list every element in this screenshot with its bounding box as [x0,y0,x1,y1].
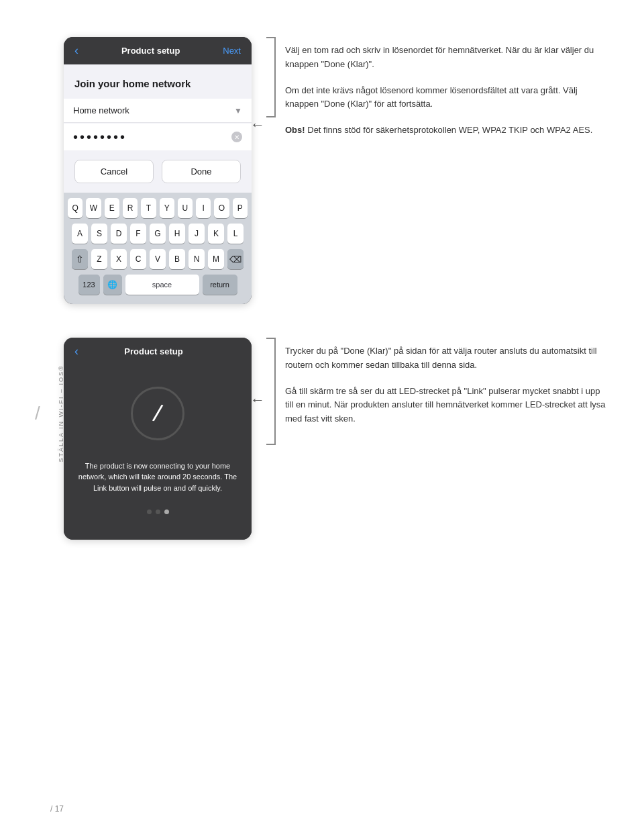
key-b[interactable]: B [169,249,185,269]
key-p[interactable]: P [233,198,248,218]
back-icon[interactable]: ‹ [74,44,78,58]
keyboard-row-1: Q W E R T Y U I O P [68,198,248,218]
key-j[interactable]: J [189,224,205,244]
arrow-to-screen: ← [250,391,265,409]
key-a[interactable]: A [72,224,88,244]
keyboard-row-2: A S D F G H J K L [68,224,248,244]
phone-mockup-bottom: ‹ Product setup / The product is now con… [64,338,252,540]
phone-top-body: Join your home network Home network ▼ ••… [64,64,252,193]
top-right-area: ← Välj en tom rad och skriv in lösenorde… [278,37,617,138]
key-x[interactable]: X [111,249,127,269]
space-key[interactable]: space [125,275,199,295]
desc-para1: Välj en tom rad och skriv in lösenordet … [285,44,610,72]
done-button[interactable]: Done [162,160,241,183]
key-i[interactable]: I [196,198,211,218]
top-section: ‹ Product setup Next Join your home netw… [50,0,644,324]
key-w[interactable]: W [86,198,101,218]
description-bottom: Trycker du på "Done (Klar)" på sidan för… [278,344,617,426]
network-field-group: Home network ▼ [64,99,252,123]
password-field[interactable]: •••••••• ✕ [64,124,252,150]
join-title: Join your home network [64,64,252,99]
key-h[interactable]: H [169,224,185,244]
dot-3-active [164,509,169,514]
desc-obs: Obs! Det finns stöd för säkerhetsprotoko… [285,124,610,138]
phone-status-text: The product is now connecting to your ho… [64,460,252,494]
bottom-right-area: ← Trycker du på "Done (Klar)" på sidan f… [278,338,617,438]
key-n[interactable]: N [189,249,205,269]
phone-top-header: ‹ Product setup Next [64,37,252,64]
dot-2 [156,509,160,514]
back-icon-bottom[interactable]: ‹ [74,344,78,358]
delete-key[interactable]: ⌫ [227,249,244,269]
key-d[interactable]: D [111,224,127,244]
desc-para2: Om det inte krävs något lösenord kommer … [285,84,610,112]
globe-key[interactable]: 🌐 [103,275,122,295]
key-l[interactable]: L [227,224,244,244]
key-f[interactable]: F [130,224,146,244]
return-key[interactable]: return [203,275,237,295]
phone-dots [147,509,169,525]
bottom-section: ‹ Product setup / The product is now con… [50,324,644,560]
network-field-text: Home network [73,105,234,115]
key-q[interactable]: Q [68,198,83,218]
key-m[interactable]: M [208,249,224,269]
clear-icon[interactable]: ✕ [231,132,242,142]
page-content: ‹ Product setup Next Join your home netw… [50,0,644,827]
password-dots: •••••••• [73,130,231,144]
phone-mockup-top: ‹ Product setup Next Join your home netw… [64,37,252,304]
keyboard: Q W E R T Y U I O P A S [64,193,252,304]
key-k[interactable]: K [208,224,224,244]
key-v[interactable]: V [150,249,166,269]
phone-bottom-body: / The product is now connecting to your … [64,365,252,540]
spinner-slash-icon: / [151,399,165,428]
desc-bottom-para1: Trycker du på "Done (Klar)" på sidan för… [285,344,610,373]
page-footer: / 17 [50,804,64,814]
desc-bottom-para2: Gå till skärm tre så ser du att LED-stre… [285,385,610,426]
key-t[interactable]: T [141,198,156,218]
shift-key[interactable]: ⇧ [72,249,88,269]
keyboard-row-4: 123 🌐 space return [68,275,248,295]
phone-bottom-header: ‹ Product setup [64,338,252,365]
key-o[interactable]: O [214,198,229,218]
phone-bottom-title: Product setup [87,346,221,356]
bracket-line-top [266,37,276,117]
cancel-button[interactable]: Cancel [74,160,154,183]
key-g[interactable]: G [150,224,166,244]
phone-top-title: Product setup [121,46,180,56]
nums-key[interactable]: 123 [78,275,100,295]
key-u[interactable]: U [178,198,193,218]
keyboard-row-3: ⇧ Z X C V B N M ⌫ [68,249,248,269]
spinner-circle: / [131,387,184,440]
dot-1 [147,509,152,514]
bracket-line-bottom [266,338,276,445]
network-field[interactable]: Home network ▼ [64,99,252,123]
next-button[interactable]: Next [223,46,241,56]
key-s[interactable]: S [91,224,107,244]
dropdown-arrow-icon: ▼ [234,106,242,115]
slash-divider: / [35,403,40,424]
arrow-to-password: ← [250,116,265,134]
key-y[interactable]: Y [160,198,174,218]
key-r[interactable]: R [123,198,138,218]
phone-actions: Cancel Done [64,150,252,193]
key-z[interactable]: Z [91,249,107,269]
description-top: Välj en tom rad och skriv in lösenordet … [278,44,617,138]
obs-label: Obs! [285,125,305,135]
key-c[interactable]: C [130,249,146,269]
key-e[interactable]: E [105,198,119,218]
desc-para3: Det finns stöd för säkerhetsprotokollen … [307,125,592,135]
phone-top: ‹ Product setup Next Join your home netw… [64,37,252,304]
